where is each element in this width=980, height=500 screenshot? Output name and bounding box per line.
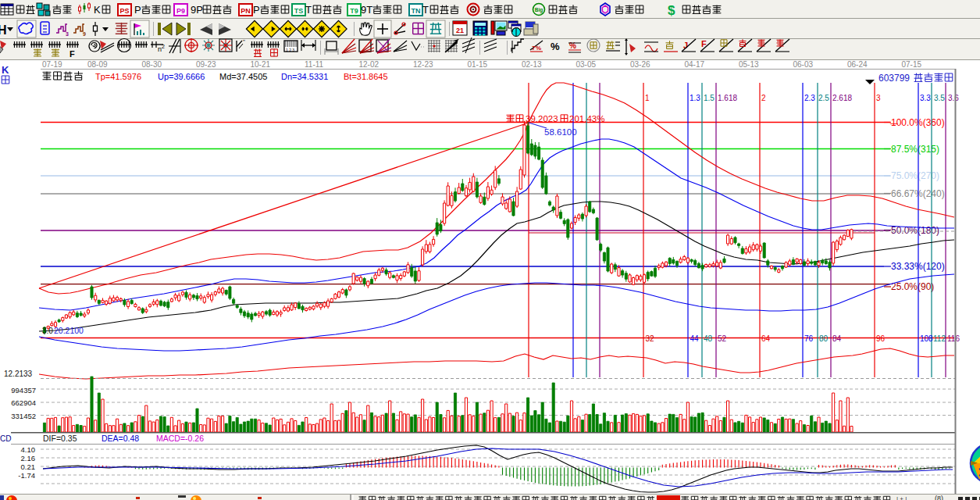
svg-text:20.2100: 20.2100	[54, 326, 84, 335]
svg-text:": "	[243, 38, 245, 45]
svg-text:201.43%: 201.43%	[569, 114, 604, 123]
svg-text:116: 116	[947, 334, 960, 343]
svg-text:2: 2	[162, 44, 165, 49]
svg-text:PN: PN	[241, 7, 251, 15]
svg-text:331452: 331452	[11, 412, 36, 420]
svg-text:3.5: 3.5	[934, 94, 945, 102]
svg-text:58.6100: 58.6100	[544, 127, 577, 137]
svg-text:108: 108	[920, 334, 933, 343]
svg-text:2: 2	[761, 94, 766, 102]
svg-text:25.0%(90): 25.0%(90)	[891, 281, 934, 292]
svg-text:52: 52	[718, 334, 727, 343]
svg-text:39.2023: 39.2023	[526, 114, 558, 123]
svg-text:2.618: 2.618	[832, 94, 852, 102]
svg-text:Md=37.4505: Md=37.4505	[219, 72, 267, 81]
svg-text:05-13: 05-13	[739, 60, 759, 69]
svg-text:48: 48	[704, 334, 713, 343]
svg-text:12-23: 12-23	[413, 60, 433, 69]
svg-text:K: K	[94, 4, 101, 16]
svg-text:33.33%(120): 33.33%(120)	[891, 261, 945, 272]
svg-text:TS: TS	[294, 7, 304, 15]
svg-text:Bt=31.8645: Bt=31.8645	[344, 72, 388, 81]
svg-text:44: 44	[690, 334, 700, 343]
svg-text:12.2133: 12.2133	[4, 370, 33, 378]
svg-text:1 2 3: 1 2 3	[286, 48, 294, 52]
svg-text:3.0: 3.0	[42, 327, 53, 335]
svg-text:2.5: 2.5	[818, 94, 829, 102]
svg-text:21: 21	[456, 27, 464, 34]
svg-text:3.3: 3.3	[920, 94, 931, 102]
svg-text:04-17: 04-17	[685, 60, 705, 69]
svg-text:80: 80	[819, 334, 829, 343]
svg-text:662904: 662904	[11, 398, 36, 407]
svg-text:-1.74: -1.74	[18, 471, 35, 480]
svg-text:3: 3	[66, 31, 69, 37]
svg-text:06-24: 06-24	[847, 60, 868, 69]
svg-text:1.618: 1.618	[718, 94, 737, 102]
svg-text:P9: P9	[176, 7, 185, 15]
svg-text:07-15: 07-15	[902, 60, 922, 69]
svg-text:Tp=41.5976: Tp=41.5976	[95, 72, 141, 81]
svg-text:P: P	[253, 4, 260, 16]
svg-text:100.0%(360): 100.0%(360)	[891, 117, 945, 128]
svg-text:%: %	[551, 41, 560, 52]
svg-text:03-05: 03-05	[576, 60, 597, 69]
svg-text:01-15: 01-15	[468, 60, 488, 69]
svg-text:2.16: 2.16	[21, 454, 36, 462]
svg-text:9: 9	[83, 31, 86, 37]
svg-text:MACD=-0.26: MACD=-0.26	[156, 434, 204, 443]
svg-text:03-26: 03-26	[630, 60, 650, 69]
svg-text:11-11: 11-11	[305, 60, 324, 69]
svg-text:1.3: 1.3	[690, 94, 700, 102]
svg-text:DEA=0.48: DEA=0.48	[102, 434, 139, 443]
svg-text:3.6: 3.6	[948, 94, 959, 102]
svg-text:87.5%(315): 87.5%(315)	[891, 144, 939, 155]
svg-text:603799: 603799	[878, 73, 910, 84]
svg-text:2.3: 2.3	[804, 94, 815, 102]
svg-text:09-23: 09-23	[196, 60, 216, 69]
svg-text:H: H	[0, 23, 7, 37]
svg-text:76: 76	[804, 334, 814, 343]
svg-text:P: P	[134, 4, 141, 16]
svg-text:64: 64	[761, 334, 771, 343]
svg-text:75.0%(270): 75.0%(270)	[891, 170, 939, 181]
svg-text:84: 84	[832, 334, 842, 343]
svg-text:06-03: 06-03	[793, 60, 814, 69]
svg-text:%: %	[536, 45, 541, 52]
svg-text:PS: PS	[119, 7, 129, 15]
svg-text:4.10: 4.10	[21, 445, 36, 454]
svg-text:T: T	[422, 4, 429, 16]
svg-text:(8): (8)	[935, 495, 943, 500]
svg-text:12-02: 12-02	[359, 60, 380, 69]
svg-text:| + | .: | + | .	[896, 495, 911, 500]
svg-text:66.67%(240): 66.67%(240)	[891, 188, 945, 199]
svg-text:Up=39.6666: Up=39.6666	[158, 72, 205, 81]
svg-text:07-19: 07-19	[42, 60, 62, 69]
svg-text:F: F	[69, 49, 75, 59]
svg-text:08-09: 08-09	[87, 60, 108, 69]
svg-text:$: $	[668, 3, 675, 18]
svg-text:Big: Big	[535, 7, 543, 13]
svg-text:02-13: 02-13	[522, 60, 542, 69]
svg-text:112: 112	[933, 334, 946, 343]
svg-text:3: 3	[876, 94, 881, 102]
svg-text:DIF=0.35: DIF=0.35	[43, 434, 77, 443]
svg-text:TN: TN	[412, 7, 421, 15]
svg-text:9T: 9T	[361, 4, 372, 16]
svg-text:T: T	[305, 4, 312, 16]
svg-text:08-30: 08-30	[142, 60, 162, 69]
svg-text:994357: 994357	[11, 386, 36, 395]
svg-text:32: 32	[646, 334, 655, 343]
svg-text:1.5: 1.5	[704, 94, 715, 102]
svg-text:96: 96	[876, 334, 886, 343]
svg-text:T9: T9	[350, 7, 358, 15]
svg-text:Dn=34.5331: Dn=34.5331	[281, 72, 328, 81]
svg-text:9P: 9P	[191, 4, 203, 16]
svg-text:CD: CD	[0, 434, 11, 443]
svg-text:0.21: 0.21	[21, 462, 36, 471]
svg-text:K: K	[2, 64, 9, 76]
svg-text:1: 1	[645, 94, 650, 102]
svg-text:10-21: 10-21	[251, 60, 271, 69]
